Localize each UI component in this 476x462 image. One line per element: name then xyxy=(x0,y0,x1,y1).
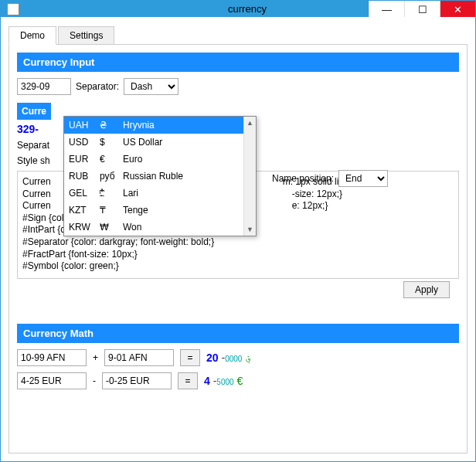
math-op-1: + xyxy=(93,352,98,363)
math-result-1: 20 -0000 ؋ xyxy=(206,352,251,364)
dropdown-scrollbar[interactable]: ▲ ▼ xyxy=(243,117,256,236)
scroll-up-icon[interactable]: ▲ xyxy=(244,117,256,129)
dropdown-item-usd[interactable]: USD $ US Dollar xyxy=(64,134,256,151)
input-row: Separator: Dash xyxy=(17,78,459,95)
close-button[interactable]: ✕ xyxy=(440,1,475,18)
window-controls: — ☐ ✕ xyxy=(369,1,475,18)
currency-value-input[interactable] xyxy=(17,78,71,95)
maximize-button[interactable]: ☐ xyxy=(404,1,440,18)
dropdown-item-rub[interactable]: RUB руб Russian Ruble xyxy=(64,168,256,185)
preview-header: Curre xyxy=(17,103,51,120)
currency-dropdown[interactable]: UAH ₴ Hryvnia USD $ US Dollar EUR € Euro xyxy=(63,116,257,236)
titlebar: currency — ☐ ✕ xyxy=(1,1,475,17)
namepos-label: Name position: xyxy=(272,173,334,184)
tab-panel: Currency Input Separator: Dash Curre 329… xyxy=(8,44,468,454)
app-icon xyxy=(7,3,19,15)
namepos-select[interactable]: End xyxy=(338,170,388,187)
math-a-1[interactable] xyxy=(17,349,87,366)
dropdown-item-kzt[interactable]: KZT ₸ Tenge xyxy=(64,202,256,219)
tabstrip: Demo Settings xyxy=(8,26,468,45)
namepos-row: Name position: End xyxy=(272,170,388,187)
equals-button-1[interactable]: = xyxy=(180,349,200,366)
dropdown-item-eur[interactable]: EUR € Euro xyxy=(64,151,256,168)
math-b-1[interactable] xyxy=(104,349,174,366)
client-area: Demo Settings Currency Input Separator: … xyxy=(1,17,475,461)
dropdown-item-gel[interactable]: GEL ₾ Lari xyxy=(64,185,256,202)
math-row-2: - = 4 -5000 € xyxy=(17,372,459,389)
minimize-button[interactable]: — xyxy=(369,1,404,18)
tab-demo[interactable]: Demo xyxy=(8,26,56,45)
dropdown-list: UAH ₴ Hryvnia USD $ US Dollar EUR € Euro xyxy=(64,117,256,236)
math-op-2: - xyxy=(93,375,96,386)
scroll-down-icon[interactable]: ▼ xyxy=(244,223,256,236)
separator-label: Separator: xyxy=(76,81,119,92)
separator-select[interactable]: Dash xyxy=(124,78,178,95)
tab-settings[interactable]: Settings xyxy=(58,26,114,45)
equals-button-2[interactable]: = xyxy=(178,372,198,389)
section-currency-input: Currency Input xyxy=(17,53,459,72)
apply-button[interactable]: Apply xyxy=(403,281,450,298)
app-window: currency — ☐ ✕ Demo Settings Currency In… xyxy=(0,0,476,462)
dropdown-item-uah[interactable]: UAH ₴ Hryvnia xyxy=(64,117,256,134)
section-currency-math: Currency Math xyxy=(17,324,459,343)
math-b-2[interactable] xyxy=(102,372,172,389)
math-result-2: 4 -5000 € xyxy=(204,375,243,387)
math-a-2[interactable] xyxy=(17,372,87,389)
math-row-1: + = 20 -0000 ؋ xyxy=(17,349,459,366)
dropdown-item-krw[interactable]: KRW ₩ Won xyxy=(64,219,256,236)
